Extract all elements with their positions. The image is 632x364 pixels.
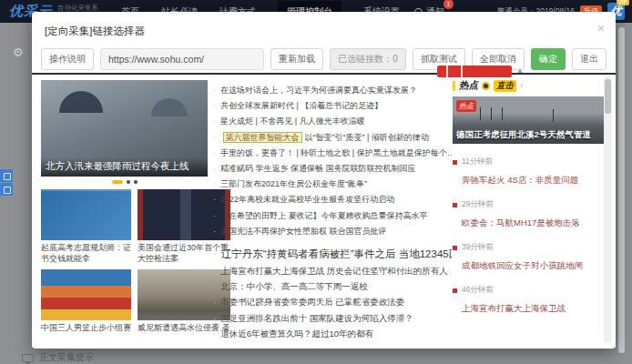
thumb-caption[interactable]: 起底高考志愿规划师：证书交钱就能拿 (41, 243, 131, 264)
target-icon (482, 82, 490, 90)
embedded-webpage: 北方入汛来最强降雨过程今夜上线 起底高考志愿规划师：证书交钱就能拿 美国会通过近… (32, 75, 616, 347)
headline-link[interactable]: 上海宣布打赢大上海保卫战 历史会记住坚守和付出的所有人 (213, 263, 452, 278)
headline-link[interactable]: 三部门发布2021年住房公积金年度“账单” (213, 177, 452, 192)
hot-item-time: 39分钟前 (453, 242, 604, 253)
image-column: 北方入汛来最强降雨过程今夜上线 起底高考志愿规划师：证书交钱就能拿 美国会通过近… (41, 80, 208, 334)
window-scrollbar[interactable] (618, 27, 625, 353)
selected-link-highlight[interactable]: 第六届世界智能大会 (223, 132, 302, 143)
thumb-image[interactable] (41, 189, 131, 240)
thumbnail-grid: 起底高考志愿规划师：证书交钱就能拿 美国会通过近30年首个重大控枪法案 中国三人… (41, 189, 208, 334)
link-selector-dialog: [定向采集]链接选择器 × 操作说明 https://www.sohu.com/… (32, 12, 616, 349)
hot-item-text[interactable]: 上海宣布打赢大上海保卫战 (462, 303, 604, 315)
thumb-cell: 中国三人男篮止步小组赛 (41, 269, 131, 334)
thumb-image[interactable] (41, 269, 131, 320)
hot-item-time: 29分钟前 (453, 199, 604, 210)
headline-link[interactable]: 【在希望的田野上 夏收记】今年夏粮收购总量保持高水平 (213, 208, 452, 224)
hot-title: 热点 (459, 79, 478, 92)
hot-lead-caption[interactable]: 德国正考虑征用北溪2号天然气管道 (456, 129, 602, 141)
footer-hint: 正文采集提示 (22, 351, 94, 364)
gear-icon[interactable]: ⚙ (13, 46, 24, 59)
carousel-image[interactable]: 北方入汛来最强降雨过程今夜上线 (41, 80, 208, 177)
scrollbar-thumb[interactable] (605, 79, 611, 114)
headline-link[interactable]: 手里的饭，更香了！ | 聆听土地之歌 | 保护黑土地就是保护每个… (213, 146, 452, 161)
bullet-icon (453, 288, 457, 293)
bullet-icon (453, 203, 457, 207)
reload-button[interactable]: 重新加载 (270, 48, 323, 70)
headline-link[interactable]: 2022年离校未就业高校毕业生服务攻坚行动启动 (213, 192, 452, 207)
selected-links-count: 已选链接数：0 (330, 48, 406, 70)
carousel-dot[interactable] (127, 180, 130, 184)
hot-news-column: 热点 直击 › 热点 德国正考虑征用北溪2号天然气管道 11分钟前 奔驰车起火 … (453, 75, 604, 315)
hot-lead-image[interactable]: 热点 德国正考虑征用北溪2号天然气管道 (453, 96, 604, 144)
headline-rest: 以“智变”引“质变” | 倾听创新的律动 (305, 133, 429, 142)
help-button[interactable]: 操作说明 (41, 48, 94, 70)
headline-link[interactable]: 北京：中小学、高一高二等下周一返校 (213, 278, 452, 294)
vip-badge: VIP (617, 0, 629, 5)
collapse-caret-icon[interactable]: ▲ (516, 66, 524, 75)
hot-item-time: 46分钟前 (453, 285, 604, 296)
headline-link[interactable]: 星火成炬 | 不舍再见 | 凡人微光丰收温暖 (213, 114, 452, 129)
url-input[interactable]: https://www.sohu.com/ (100, 48, 264, 70)
carousel-caption[interactable]: 北方入汛来最强降雨过程今夜上线 (41, 157, 208, 177)
headline-link[interactable]: 市委书记跻身省委常委两天后 已掌舵省委政法委 (213, 294, 452, 309)
section-marker (453, 81, 455, 91)
thumb-cell: 起底高考志愿规划师：证书交钱就能拿 (41, 189, 131, 264)
bullet-icon (453, 246, 457, 250)
bullet-icon (453, 160, 457, 165)
hot-list-item[interactable]: 11分钟前 奔驰车起火 4S店：非质量问题 (453, 157, 604, 187)
hot-item-text[interactable]: 成都地铁回应女子对小孩跳地闸 (462, 260, 604, 272)
hot-list-item[interactable]: 46分钟前 上海宣布打赢大上海保卫战 (453, 285, 604, 315)
hot-list-item[interactable]: 39分钟前 成都地铁回应女子对小孩跳地闸 (453, 242, 604, 272)
headline-link[interactable]: 在这场对话会上，习近平为何强调要真心实意谋发展？ (213, 83, 452, 98)
exit-button[interactable]: 退出 (572, 48, 607, 70)
headline-link[interactable]: 精准赋码 学生返乡 保通保畅 国务院联防联控机制回应 (213, 161, 452, 177)
headline-link-selected[interactable]: 第六届世界智能大会以“智变”引“质变” | 倾听创新的律动 (213, 130, 452, 146)
hot-badge: 热点 (456, 100, 476, 112)
chevron-right-icon: › (520, 81, 523, 90)
floating-widget-item[interactable] (0, 169, 13, 182)
dialog-title: [定向采集]链接选择器 (45, 25, 145, 38)
content-scrollbar[interactable] (604, 76, 612, 343)
thumb-caption[interactable]: 中国三人男篮止步小组赛 (41, 323, 131, 334)
hot-section-header[interactable]: 热点 直击 › (453, 79, 604, 92)
floating-widget-item[interactable] (0, 183, 13, 196)
carousel-dots (41, 179, 208, 185)
hot-title-tag: 直击 (494, 80, 516, 92)
carousel-dot-active[interactable] (112, 180, 123, 184)
confirm-button[interactable]: 确定 (531, 48, 566, 70)
headline-link[interactable]: 共创全球发展新时代 | 【沿着总书记的足迹】 (213, 98, 452, 114)
hot-list-item[interactable]: 29分钟前 欧委会：马航MH17是被炮击落 (453, 199, 604, 229)
hot-item-text[interactable]: 欧委会：马航MH17是被炮击落 (462, 217, 604, 229)
floating-widget[interactable] (0, 169, 13, 197)
monitor-icon (22, 354, 34, 362)
promo-banner[interactable] (437, 66, 512, 77)
close-icon[interactable]: × (597, 21, 605, 35)
hot-item-time: 11分钟前 (453, 157, 604, 167)
carousel-dot[interactable] (134, 180, 138, 184)
headline-column: 在这场对话会上，习近平为何强调要真心实意谋发展？ 共创全球发展新时代 | 【沿着… (213, 75, 452, 341)
headline-link[interactable]: 国足亚洲排名跌出前十 国家队建设为何陷入停滞？ (213, 310, 452, 326)
notice-count-badge: 1 (443, 0, 454, 9)
headline-link-major[interactable]: 辽宁丹东“持黄码者看病被拦”事件之后 当地12345回应 (213, 245, 452, 263)
headline-link[interactable]: 退休近6年被查算久吗？超过10年的都有 (213, 326, 452, 341)
hot-item-text[interactable]: 奔驰车起火 4S店：非质量问题 (462, 175, 604, 187)
footer-hint-label: 正文采集提示 (39, 351, 94, 364)
headline-link[interactable]: 美国宪法不再保护女性堕胎权 联合国官员批评 (213, 224, 452, 239)
